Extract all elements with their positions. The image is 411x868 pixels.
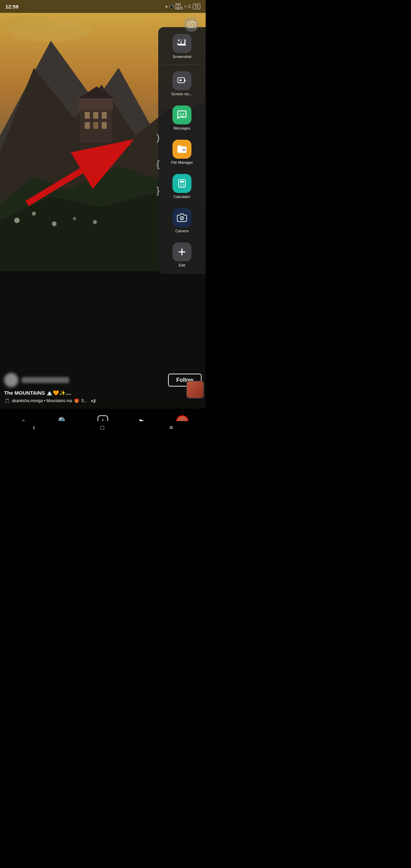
music-row: 🎵 akanksha.monga • Mountains ma 🎁 S... +… — [4, 398, 202, 403]
screen-rec-panel-item[interactable]: Screen rec... — [160, 68, 204, 99]
svg-point-36 — [180, 185, 181, 186]
svg-point-37 — [182, 185, 183, 186]
svg-point-29 — [183, 113, 184, 115]
svg-line-24 — [27, 142, 129, 203]
user-avatar — [4, 373, 18, 387]
svg-marker-26 — [184, 79, 186, 82]
svg-rect-8 — [85, 112, 90, 119]
screen-rec-icon — [172, 71, 191, 90]
camera-label: Camera — [175, 229, 188, 233]
nav-recents-button[interactable]: ≡ — [169, 424, 173, 431]
username-blurred — [22, 377, 69, 383]
messages-icon — [172, 105, 191, 124]
wifi-icon: ≈ — [184, 4, 186, 8]
screenshot-label: Screenshot — [172, 55, 191, 59]
nav-back-button[interactable]: ‹ — [33, 423, 35, 432]
screenshot-label-short: S... — [81, 398, 87, 403]
svg-rect-12 — [93, 122, 98, 129]
add-edit-icon — [172, 242, 191, 261]
file-manager-label: File Manager — [171, 160, 193, 164]
screenshot-icon — [172, 34, 191, 53]
svg-point-33 — [180, 184, 181, 185]
svg-rect-6 — [79, 98, 113, 110]
screen-rec-label: Screen rec... — [171, 92, 192, 96]
svg-point-28 — [180, 113, 181, 115]
svg-point-35 — [183, 184, 184, 185]
scroll-bracket-1: ) — [157, 132, 160, 143]
top-camera-button[interactable] — [184, 17, 199, 32]
svg-point-17 — [14, 218, 20, 223]
messages-panel-item[interactable]: Messages — [160, 102, 204, 134]
scroll-bracket-3: } — [157, 185, 160, 196]
file-manager-panel-item[interactable]: File Manager — [160, 136, 204, 168]
bluetooth-icon: ⎈ — [165, 4, 168, 8]
thumbnail-strip[interactable] — [186, 381, 204, 398]
content-overlay: Follow The MOUNTAINS 🏔️🧡✨.... 🎵 akanksha… — [0, 373, 206, 407]
nav-home-button[interactable]: □ — [100, 424, 104, 431]
svg-point-34 — [182, 184, 183, 185]
data-speed: 243KB/S — [175, 3, 183, 10]
vibrate-icon: 📳 — [169, 4, 174, 9]
plus-two-label: +2 — [91, 398, 96, 403]
calculator-icon — [172, 174, 191, 193]
status-time: 12:59 — [5, 4, 18, 9]
messages-label: Messages — [173, 126, 190, 130]
calculator-panel-item[interactable]: Calculator — [160, 171, 204, 202]
battery-icon: 75 — [193, 4, 200, 9]
svg-rect-30 — [182, 149, 185, 151]
screenshot-panel-item[interactable]: Screenshot — [160, 31, 204, 62]
camera-panel-item[interactable]: Camera — [160, 205, 204, 236]
svg-point-2 — [0, 15, 54, 32]
edit-label: Edit — [179, 263, 185, 267]
file-manager-icon — [172, 140, 191, 159]
camera-icon — [172, 208, 191, 227]
svg-rect-32 — [180, 181, 184, 183]
svg-rect-27 — [180, 79, 182, 81]
svg-point-20 — [73, 217, 76, 220]
svg-rect-11 — [85, 122, 90, 129]
side-panel: Screenshot Screen rec... Messages — [158, 27, 206, 274]
svg-rect-9 — [93, 112, 98, 119]
red-arrow — [20, 129, 156, 215]
edit-panel-item[interactable]: Edit — [160, 239, 204, 271]
svg-point-19 — [52, 221, 57, 226]
gift-icon: 🎁 — [74, 398, 79, 403]
svg-point-22 — [190, 23, 193, 26]
panel-divider-1 — [162, 65, 202, 65]
music-info: akanksha.monga • Mountains ma — [12, 398, 72, 403]
user-info-row: Follow — [4, 373, 202, 387]
music-icon: 🎵 — [4, 398, 10, 403]
svg-point-38 — [183, 185, 184, 186]
status-icons: ⎈ 📳 243KB/S ≈ ⛻ 75 — [165, 3, 200, 10]
svg-point-21 — [93, 220, 97, 224]
svg-rect-10 — [102, 112, 107, 119]
signal-icon: ⛻ — [188, 4, 191, 8]
calculator-label: Calculator — [173, 195, 190, 199]
video-caption: The MOUNTAINS 🏔️🧡✨.... — [4, 390, 202, 396]
system-nav-bar: ‹ □ ≡ — [0, 421, 206, 434]
svg-rect-13 — [102, 122, 107, 129]
svg-point-40 — [181, 217, 183, 219]
scroll-bracket-2: { — [157, 159, 160, 170]
status-bar: 12:59 ⎈ 📳 243KB/S ≈ ⛻ 75 — [0, 0, 206, 13]
